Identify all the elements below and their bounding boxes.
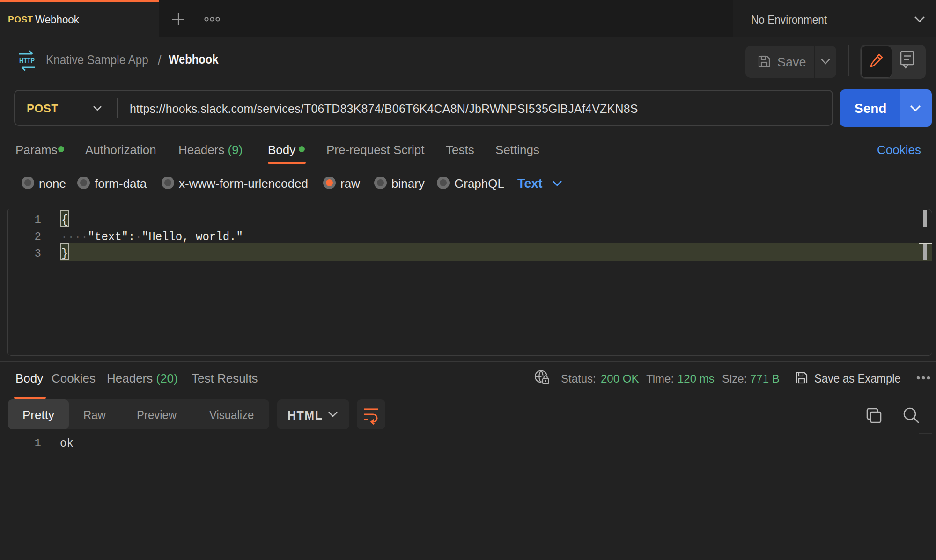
svg-text:HTTP: HTTP	[19, 56, 35, 65]
